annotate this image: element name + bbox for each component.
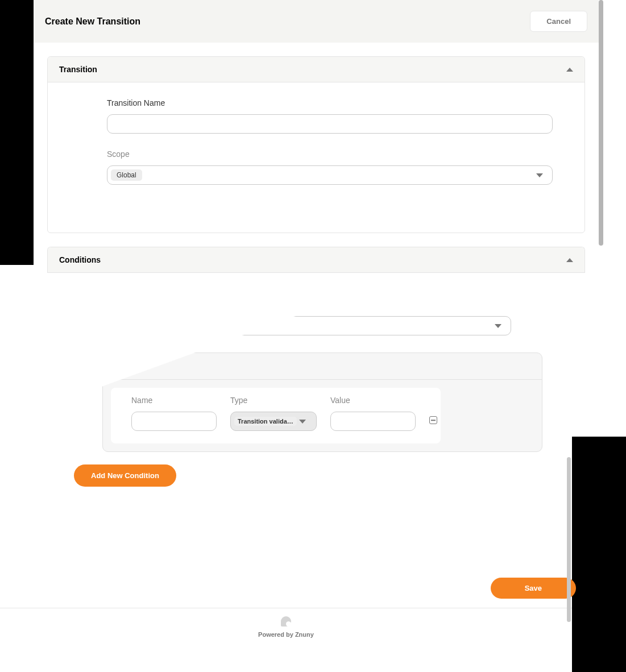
remove-field-icon[interactable]	[429, 416, 437, 424]
transition-panel-header[interactable]: Transition	[48, 57, 584, 82]
scrollbar-top[interactable]	[599, 0, 603, 246]
caret-up-icon	[566, 258, 573, 262]
field-type-col: Type Transition validatio...	[230, 396, 317, 431]
footer-text: Powered by Znuny	[258, 631, 314, 638]
chevron-down-icon	[495, 324, 501, 328]
field-name-col: Name	[131, 396, 217, 431]
field-type-selected: Transition validatio...	[234, 417, 297, 426]
add-condition-button[interactable]: Add New Condition	[74, 464, 176, 487]
field-type-label: Type	[230, 396, 317, 405]
conditions-panel-header[interactable]: Conditions	[48, 247, 584, 273]
scope-select[interactable]: Global	[107, 165, 553, 185]
main-content: Transition Transition Name Scope Global …	[34, 43, 599, 287]
fields-card-title: Fields	[115, 363, 138, 372]
page-title: Create New Transition	[45, 16, 140, 27]
fields-card-header: Fields	[103, 353, 542, 380]
conditions-panel-title: Conditions	[59, 255, 101, 264]
field-name-input[interactable]	[131, 412, 217, 431]
field-type-select[interactable]: Transition validatio...	[230, 412, 317, 431]
scrollbar-thumb[interactable]	[567, 457, 571, 622]
field-name-label: Name	[131, 396, 217, 405]
linking-select-wrap: and	[103, 316, 511, 335]
transition-panel-body: Transition Name Scope Global	[48, 82, 584, 233]
conditions-panel: Conditions	[47, 247, 585, 273]
left-black-sidebar	[0, 0, 34, 265]
scrollbar-bottom[interactable]	[567, 437, 571, 664]
field-row: Name Type Transition validatio... Value	[111, 388, 441, 443]
transition-panel: Transition Transition Name Scope Global	[47, 56, 585, 233]
transition-panel-title: Transition	[59, 65, 97, 74]
linking-type-label: Type of Linking between Conditions	[103, 300, 551, 309]
scope-field: Scope Global	[107, 150, 553, 185]
cancel-button[interactable]: Cancel	[530, 11, 587, 32]
scope-selected-chip: Global	[111, 169, 142, 181]
linking-type-select[interactable]: and	[103, 316, 511, 335]
field-value-label: Value	[330, 396, 416, 405]
scrollbar-thumb[interactable]	[599, 0, 603, 246]
chevron-down-icon	[536, 173, 543, 177]
field-value-col: Value	[330, 396, 416, 431]
chevron-down-icon	[299, 420, 306, 424]
conditions-body-card: Conditions can only operate on non-empty…	[14, 278, 551, 498]
caret-up-icon	[566, 68, 573, 72]
znuny-logo-icon	[281, 616, 291, 627]
conditions-hint-text: Conditions can only operate on non-empty…	[111, 278, 551, 287]
fields-card: Fields Name Type Transition validatio...…	[102, 352, 542, 452]
linking-selected-chip: and	[107, 320, 130, 331]
transition-name-label: Transition Name	[107, 98, 553, 107]
page-footer: Powered by Znuny	[0, 608, 572, 652]
right-black-sidebar	[572, 437, 626, 672]
field-value-input[interactable]	[330, 412, 416, 431]
scope-label: Scope	[107, 150, 553, 159]
save-button[interactable]: Save	[491, 578, 576, 599]
page-header: Create New Transition Cancel	[34, 0, 599, 43]
transition-name-input[interactable]	[107, 114, 553, 134]
transition-name-field: Transition Name	[107, 98, 553, 134]
